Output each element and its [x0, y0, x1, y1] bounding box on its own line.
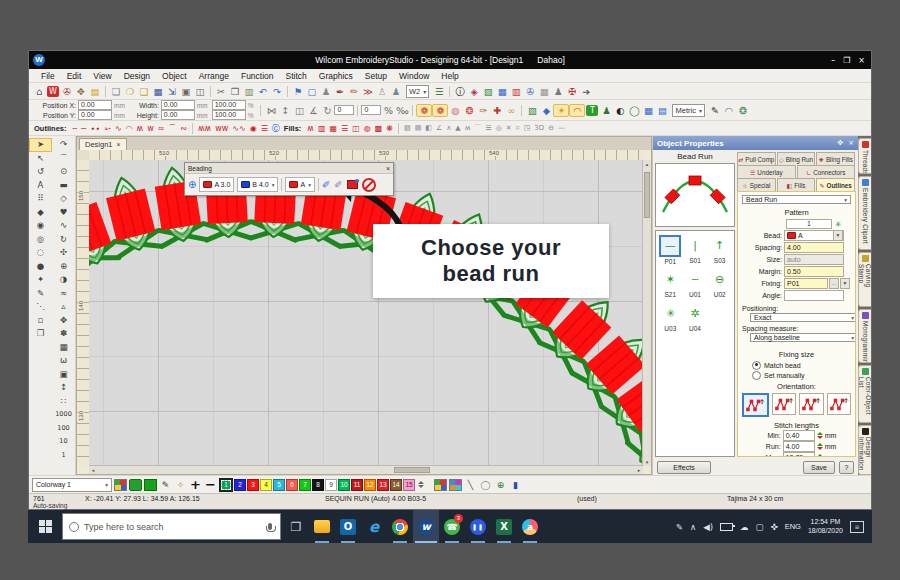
- draw-icon[interactable]: ✎: [708, 104, 722, 117]
- menu-item-edit[interactable]: Edit: [61, 71, 88, 81]
- tool-icon[interactable]: 100: [52, 422, 75, 436]
- tool-icon[interactable]: 10: [52, 435, 75, 449]
- tool-icon[interactable]: ↕: [52, 381, 75, 395]
- outline-stitch-icon[interactable]: ∿∿: [230, 123, 247, 134]
- fill-stitch-icon[interactable]: ◫: [350, 123, 362, 134]
- mannequin-icon[interactable]: ♟: [599, 104, 613, 117]
- hoop-icon[interactable]: ✇: [60, 85, 74, 98]
- convert-icon[interactable]: Ⓒ: [270, 123, 282, 134]
- tool-icon[interactable]: ≈: [52, 287, 75, 301]
- edit-bead-icon[interactable]: ✐: [334, 179, 342, 190]
- effect-icon[interactable]: ⌗: [514, 123, 522, 134]
- orientation-option-1[interactable]: [742, 393, 769, 417]
- scroll-left-icon[interactable]: ◂: [89, 466, 97, 474]
- orientation-option-2[interactable]: [772, 393, 797, 415]
- tool-icon[interactable]: ✥: [52, 314, 75, 328]
- swatchbook-icon[interactable]: ▥: [509, 85, 523, 98]
- outline-stitch-icon[interactable]: ʍʍ: [196, 123, 213, 134]
- position-y-field[interactable]: 0.00: [78, 110, 112, 120]
- outline-stitch-icon[interactable]: ∙∙: [88, 123, 102, 134]
- gem-icon[interactable]: ◈: [467, 85, 481, 98]
- dock-tab-monogramming[interactable]: Monogramming: [858, 309, 871, 363]
- menu-item-graphics[interactable]: Graphics: [313, 71, 359, 81]
- fill-stitch-icon[interactable]: ☰: [339, 123, 350, 134]
- needle-icon[interactable]: ✒: [333, 85, 347, 98]
- color-swatch-13[interactable]: 13: [377, 479, 389, 491]
- menu-item-window[interactable]: Window: [393, 71, 435, 81]
- rotate-bead-icon[interactable]: ⊕: [188, 179, 196, 190]
- mirror-icon[interactable]: ◫: [292, 104, 306, 117]
- fill-stitch-icon[interactable]: ▥: [316, 123, 328, 134]
- outline-stitch-icon[interactable]: ╌: [71, 123, 80, 134]
- color-swatch-7[interactable]: 7: [299, 479, 311, 491]
- fill-stitch-icon[interactable]: ▦: [327, 123, 339, 134]
- run-field[interactable]: 4.00: [783, 441, 815, 452]
- monitor-icon[interactable]: ▢: [305, 85, 319, 98]
- tool-icon[interactable]: 1000: [52, 408, 75, 422]
- figure-icon[interactable]: ♙: [375, 85, 389, 98]
- menu-item-setup[interactable]: Setup: [359, 71, 393, 81]
- tool-icon[interactable]: ⋱: [29, 300, 52, 314]
- min-field[interactable]: 0.40: [783, 430, 815, 441]
- spinner[interactable]: [817, 454, 823, 457]
- spacing-measure-combo[interactable]: Along baseline▾: [750, 333, 856, 342]
- globe-icon[interactable]: ⊕: [494, 479, 507, 491]
- outline-stitch-icon[interactable]: ◉: [248, 123, 259, 134]
- effect-icon[interactable]: ◎: [494, 123, 504, 134]
- beading-toolbar-titlebar[interactable]: Beading ×: [185, 163, 393, 174]
- tshirt-icon[interactable]: T: [586, 105, 598, 116]
- units-combo[interactable]: Metric▾: [672, 104, 704, 117]
- chevron-down-icon[interactable]: ▾: [833, 230, 843, 241]
- design-tab[interactable]: Design1 ×: [79, 138, 127, 150]
- redo-icon[interactable]: ↷: [270, 85, 284, 98]
- cloud-icon[interactable]: ☁: [740, 522, 749, 532]
- ring-icon[interactable]: ◯: [627, 104, 641, 117]
- taskbar-search[interactable]: Type here to search: [62, 513, 281, 540]
- palette-scroll[interactable]: [418, 481, 424, 488]
- lettering-icon[interactable]: ❁: [416, 104, 432, 117]
- effect-icon[interactable]: ◳: [522, 123, 533, 134]
- scroll-right-icon[interactable]: ▸: [635, 466, 643, 474]
- taskbar-app-outlook[interactable]: O: [335, 510, 361, 543]
- bead-pattern-U04[interactable]: ✲U04: [683, 301, 708, 335]
- fly-icon[interactable]: ❂: [736, 104, 750, 117]
- bead-pattern-U03[interactable]: ✳U03: [658, 301, 683, 335]
- wilcom-logo-icon[interactable]: W: [47, 86, 59, 97]
- outline-stitch-icon[interactable]: ≈: [156, 123, 167, 134]
- outline-stitch-icon[interactable]: ☰: [259, 123, 270, 134]
- palette-grid-icon[interactable]: [114, 479, 127, 491]
- outline-stitch-icon[interactable]: ww: [213, 123, 230, 134]
- color-swatch-10[interactable]: 10: [338, 479, 350, 491]
- tool-icon[interactable]: ❐: [29, 327, 52, 341]
- pencil-icon[interactable]: ✏: [347, 85, 361, 98]
- tool-icon[interactable]: ◇: [52, 192, 75, 206]
- effect-icon[interactable]: —: [556, 123, 567, 134]
- tool-icon[interactable]: ◆: [29, 206, 52, 220]
- color-wheel-icon[interactable]: ✧: [174, 479, 187, 491]
- team-icon[interactable]: ♟: [551, 85, 565, 98]
- effects-button[interactable]: Effects: [657, 461, 711, 474]
- width-field[interactable]: 0.00: [161, 100, 195, 110]
- tab-connectors[interactable]: ∟Connectors: [797, 165, 856, 178]
- skew-field[interactable]: 0: [361, 105, 381, 115]
- volume-icon[interactable]: ◀): [703, 522, 713, 532]
- close-button[interactable]: ×: [858, 56, 865, 65]
- fast-forward-icon[interactable]: ≫: [361, 85, 375, 98]
- effect-icon[interactable]: ⊖: [546, 123, 556, 134]
- thread-spool-icon[interactable]: ✇: [523, 85, 537, 98]
- minimize-button[interactable]: –: [831, 56, 835, 65]
- close-icon[interactable]: ×: [386, 165, 390, 172]
- place-bead-icon[interactable]: ✐: [322, 179, 330, 190]
- color-swatch-14[interactable]: 14: [390, 479, 402, 491]
- effect-icon[interactable]: ☰: [483, 123, 493, 134]
- grid-blue-icon[interactable]: ▦: [641, 104, 655, 117]
- tool-icon[interactable]: ↷: [52, 138, 75, 152]
- tool-icon[interactable]: ✣: [52, 246, 75, 260]
- pin-design-icon[interactable]: ⚑: [291, 85, 305, 98]
- orientation-option-3[interactable]: [799, 393, 824, 415]
- effect-icon[interactable]: ⌒: [472, 123, 483, 134]
- outline-stitch-icon[interactable]: ∾: [178, 123, 189, 134]
- current-bead-selector[interactable]: A▾: [285, 177, 314, 192]
- save-icon[interactable]: ▦: [151, 85, 165, 98]
- print-preview-icon[interactable]: ◫: [193, 85, 207, 98]
